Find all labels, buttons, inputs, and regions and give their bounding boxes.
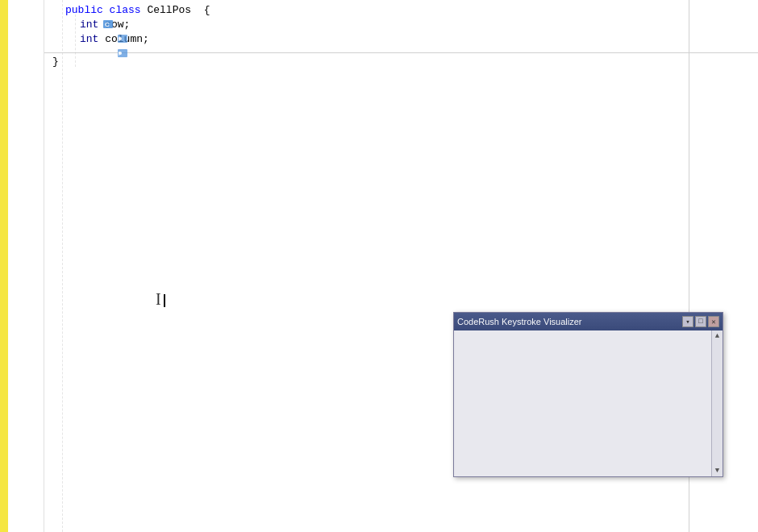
line-gutter	[8, 0, 44, 532]
svg-text:f: f	[119, 36, 120, 42]
code-line-1: C public class CellPos {	[44, 3, 758, 18]
struct-line-vertical-1	[62, 0, 63, 532]
scroll-up-arrow[interactable]: ▲	[713, 330, 723, 342]
restore-icon: □	[698, 318, 702, 326]
coderush-window-controls: ▾ □ ✕	[682, 316, 719, 327]
coderush-scrollbar[interactable]: ▲ ▼	[711, 330, 723, 476]
scroll-track	[712, 342, 723, 465]
keyword-public: public class	[65, 3, 141, 18]
left-margin-bar	[0, 0, 8, 532]
field-icon-2: f	[67, 33, 78, 44]
coderush-titlebar: CodeRush Keystroke Visualizer ▾ □ ✕	[454, 313, 723, 330]
svg-text:C: C	[105, 21, 110, 28]
scroll-down-arrow[interactable]: ▼	[713, 465, 723, 476]
svg-text:f: f	[119, 51, 120, 56]
minimize-button[interactable]: ▾	[682, 316, 693, 327]
code-line-3: f int column;	[44, 32, 758, 47]
restore-button[interactable]: □	[695, 316, 706, 327]
field-icon-1: f	[67, 19, 78, 30]
closing-brace: }	[52, 55, 59, 69]
code-separator	[44, 52, 758, 53]
code-line-4: }	[44, 55, 758, 69]
minimize-icon: ▾	[685, 318, 689, 326]
class-name: CellPos {	[141, 3, 210, 18]
coderush-window[interactable]: CodeRush Keystroke Visualizer ▾ □ ✕ ▲ ▼	[453, 312, 723, 477]
close-button[interactable]: ✕	[708, 316, 719, 327]
close-icon: ✕	[711, 318, 715, 326]
class-icon: C	[52, 4, 64, 15]
cursor-ibeam: I	[156, 291, 161, 307]
coderush-title: CodeRush Keystroke Visualizer	[457, 317, 581, 326]
coderush-body: ▲ ▼	[454, 330, 723, 476]
code-line-2: f int row;	[44, 18, 758, 32]
text-cursor	[164, 294, 165, 307]
gap-line	[44, 47, 758, 55]
